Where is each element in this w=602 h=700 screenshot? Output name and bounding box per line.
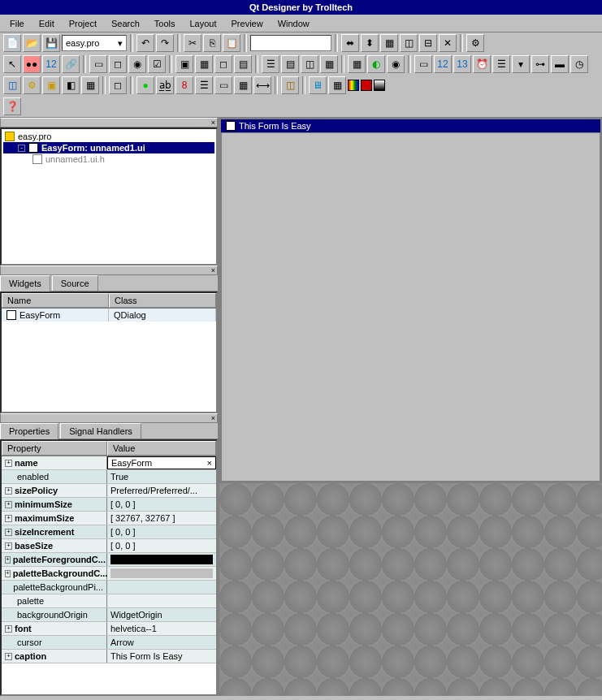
lcd-icon[interactable]: ▦ (81, 76, 99, 94)
pointer-icon[interactable]: ↖ (3, 55, 21, 73)
property-row[interactable]: +paletteForegroundC... (2, 553, 216, 567)
spacer-icon[interactable]: ⟷ (253, 76, 271, 94)
property-row[interactable]: backgroundOriginWidgetOrigin (2, 608, 216, 622)
toolbox-icon[interactable]: ◫ (3, 76, 21, 94)
app-icon[interactable]: ◫ (281, 76, 299, 94)
properties-table[interactable]: Property Value +nameEasyForm×enabledTrue… (0, 439, 218, 696)
open-icon[interactable]: 📂 (23, 34, 41, 52)
layout-hbox-icon[interactable]: ⬌ (341, 34, 359, 52)
col-value[interactable]: Value (107, 441, 216, 456)
search-input[interactable] (250, 35, 331, 51)
property-value[interactable]: [ 0, 0 ] (107, 525, 216, 538)
property-row[interactable]: +fonthelvetica--1 (2, 622, 216, 636)
expand-icon[interactable]: + (5, 556, 11, 564)
new-icon[interactable]: 📄 (3, 34, 21, 52)
property-row[interactable]: +paletteBackgroundC... (2, 567, 216, 581)
radiobutton-icon[interactable]: ◉ (128, 55, 146, 73)
tab-widgets[interactable]: Widgets (0, 275, 50, 292)
col-name[interactable]: Name (2, 293, 109, 308)
connect-icon[interactable]: ●● (23, 55, 41, 73)
menu-edit[interactable]: Edit (32, 17, 61, 30)
property-value[interactable]: Arrow (107, 636, 216, 649)
redo-icon[interactable]: ↷ (156, 34, 174, 52)
combobox-icon[interactable]: ▾ (512, 55, 530, 73)
layout-split-v-icon[interactable]: ⊟ (419, 34, 437, 52)
property-value[interactable]: Preferred/Preferred/... (107, 484, 216, 497)
checkbox-icon[interactable]: ☑ (148, 55, 166, 73)
project-tree[interactable]: easy.pro - EasyForm: unnamed1.ui unnamed… (0, 127, 218, 266)
save-icon[interactable]: 💾 (42, 34, 60, 52)
widget-table[interactable]: Name Class EasyForm QDialog (0, 292, 218, 413)
tab-properties[interactable]: Properties (0, 423, 58, 439)
property-row[interactable]: +baseSize[ 0, 0 ] (2, 539, 216, 553)
led-icon[interactable]: ● (136, 76, 154, 94)
property-row[interactable]: enabledTrue (2, 470, 216, 484)
tab-source[interactable]: Source (52, 275, 98, 291)
progressbar-icon[interactable]: ▭ (214, 76, 232, 94)
menu-preview[interactable]: Preview (225, 17, 270, 30)
textedit-icon[interactable]: ☰ (492, 55, 510, 73)
color-red-icon[interactable] (361, 80, 372, 91)
frame-icon[interactable]: ◻ (214, 55, 232, 73)
menu-layout[interactable]: Layout (184, 17, 223, 30)
slider-icon[interactable]: ⊶ (531, 55, 549, 73)
toolbutton-icon[interactable]: ◻ (109, 55, 127, 73)
property-row[interactable]: +minimumSize[ 0, 0 ] (2, 498, 216, 512)
color-gray-icon[interactable] (374, 80, 385, 91)
property-value[interactable] (107, 581, 216, 594)
tree-root[interactable]: easy.pro (3, 131, 214, 142)
property-value[interactable] (107, 567, 216, 580)
property-value[interactable]: [ 0, 0 ] (107, 498, 216, 511)
expand-icon[interactable]: + (5, 515, 12, 522)
property-row[interactable]: palette (2, 594, 216, 608)
tool-icon[interactable]: ⚙ (466, 34, 484, 52)
expand-icon[interactable]: - (18, 145, 25, 152)
property-value[interactable]: [ 0, 0 ] (107, 539, 216, 552)
menu-file[interactable]: File (3, 17, 31, 30)
col-property[interactable]: Property (2, 441, 107, 456)
break-layout-icon[interactable]: ✕ (439, 34, 457, 52)
monitor-icon[interactable]: 🖥 (309, 76, 327, 94)
listbox-icon[interactable]: ☰ (262, 55, 279, 73)
undo-icon[interactable]: ↶ (136, 34, 154, 52)
property-value[interactable]: [ 32767, 32767 ] (107, 512, 216, 525)
color-gradient-icon[interactable] (348, 80, 359, 91)
tree-form-item[interactable]: - EasyForm: unnamed1.ui (3, 142, 214, 153)
property-row[interactable]: +captionThis Form Is Easy (2, 650, 216, 663)
textlabel-icon[interactable]: a̲b̲ (156, 76, 174, 94)
expand-icon[interactable]: + (5, 529, 12, 536)
tabwidget-icon[interactable]: ▤ (234, 55, 252, 73)
menu-window[interactable]: Window (271, 17, 316, 30)
form-canvas[interactable] (221, 132, 600, 482)
datebrowser-icon[interactable]: ◐ (367, 55, 385, 73)
iconview-icon[interactable]: ◫ (301, 55, 318, 73)
property-value[interactable]: EasyForm× (107, 456, 216, 469)
paste-icon[interactable]: 📋 (223, 34, 240, 52)
widget-icon[interactable]: ⚙ (23, 76, 41, 94)
menu-tools[interactable]: Tools (148, 17, 182, 30)
spinbox-icon[interactable]: 12 (434, 55, 452, 73)
property-value[interactable] (107, 553, 216, 566)
property-value[interactable]: helvetica--1 (107, 622, 216, 635)
expand-icon[interactable]: + (5, 501, 12, 508)
dial-icon[interactable]: ◷ (570, 55, 588, 73)
scrollbar-icon[interactable]: ▬ (551, 55, 569, 73)
wizard-icon[interactable]: ◧ (62, 76, 80, 94)
layout-split-h-icon[interactable]: ◫ (400, 34, 418, 52)
palette-icon[interactable]: ▦ (328, 76, 346, 94)
cut-icon[interactable]: ✂ (184, 34, 201, 52)
listview-icon[interactable]: ▤ (281, 55, 299, 73)
panel-close-icon[interactable]: × (0, 118, 218, 127)
dialog-icon[interactable]: ▣ (42, 76, 60, 94)
copy-icon[interactable]: ⎘ (203, 34, 221, 52)
form-title-bar[interactable]: This Form Is Easy (221, 119, 600, 132)
expand-icon[interactable]: + (5, 653, 12, 660)
property-row[interactable]: paletteBackgroundPi... (2, 581, 216, 594)
panel-close-icon[interactable]: × (0, 266, 218, 275)
property-row[interactable]: cursorArrow (2, 636, 216, 650)
tab-order-icon[interactable]: 12 (42, 55, 60, 73)
dateedit-icon[interactable]: 13 (453, 55, 471, 73)
col-class[interactable]: Class (109, 293, 216, 308)
property-value[interactable] (107, 594, 216, 607)
datatable-icon[interactable]: ▦ (348, 55, 366, 73)
